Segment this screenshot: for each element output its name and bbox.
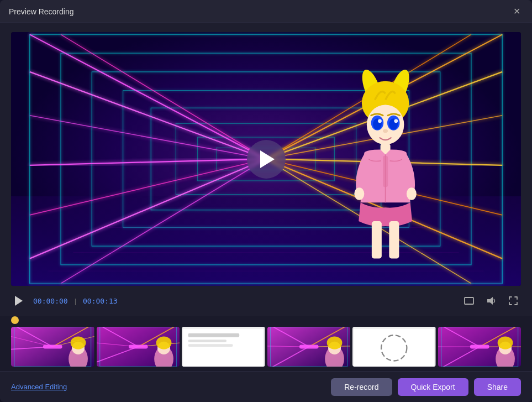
scrubber-handle[interactable]: [11, 316, 19, 324]
total-time: 00:00:13: [83, 297, 118, 305]
svg-point-40: [383, 129, 388, 133]
aspect-ratio-button[interactable]: [461, 293, 477, 309]
video-player: [11, 32, 521, 286]
thumbnail-3[interactable]: [182, 327, 265, 367]
aspect-ratio-icon: [463, 295, 475, 306]
timeline-scrubber[interactable]: [11, 316, 521, 325]
timeline: [0, 316, 532, 371]
svg-rect-99: [470, 345, 489, 349]
svg-rect-74: [188, 340, 227, 342]
window-title: Preview Recording: [9, 7, 74, 16]
volume-button[interactable]: [483, 293, 499, 309]
title-bar: Preview Recording ✕: [0, 0, 532, 23]
svg-point-59: [71, 336, 86, 349]
volume-icon: [486, 295, 497, 306]
controls-bar: 00:00:00 | 00:00:13: [0, 286, 532, 316]
play-pause-button[interactable]: [11, 293, 27, 309]
svg-point-70: [156, 336, 171, 349]
thumbnail-6[interactable]: [438, 327, 522, 367]
svg-rect-91: [352, 327, 436, 329]
svg-rect-67: [128, 345, 148, 349]
bottom-bar: Advanced Editing Re-record Quick Export …: [0, 371, 532, 402]
thumbnails-row: [11, 327, 521, 367]
svg-point-44: [407, 187, 417, 200]
play-icon: [260, 150, 275, 168]
current-time: 00:00:00: [33, 297, 68, 305]
svg-rect-76: [182, 327, 265, 329]
fullscreen-icon: [508, 295, 519, 306]
close-button[interactable]: ✕: [510, 5, 523, 18]
rerecord-button[interactable]: Re-record: [331, 378, 392, 396]
bottom-buttons: Re-record Quick Export Share: [331, 378, 521, 396]
svg-rect-84: [299, 345, 318, 349]
time-separator: |: [75, 297, 76, 305]
svg-point-43: [354, 187, 364, 200]
advanced-editing-link[interactable]: Advanced Editing: [11, 383, 67, 391]
play-icon-small: [15, 296, 23, 306]
svg-point-39: [394, 119, 398, 123]
thumbnail-1[interactable]: [11, 327, 94, 367]
svg-rect-73: [188, 333, 240, 337]
svg-point-87: [326, 336, 342, 349]
svg-marker-48: [487, 297, 493, 305]
svg-rect-42: [383, 156, 388, 187]
share-button[interactable]: Share: [474, 378, 521, 396]
thumbnail-4[interactable]: [267, 327, 351, 367]
svg-point-102: [497, 336, 513, 349]
thumbnail-5[interactable]: [352, 327, 436, 367]
svg-rect-45: [372, 221, 382, 259]
svg-point-38: [378, 119, 382, 123]
preview-recording-window: Preview Recording ✕: [0, 0, 532, 402]
play-button-overlay[interactable]: [247, 140, 286, 179]
svg-rect-56: [43, 345, 62, 349]
thumbnail-2[interactable]: [97, 327, 180, 367]
svg-rect-46: [389, 221, 399, 259]
fullscreen-button[interactable]: [505, 293, 521, 309]
quick-export-button[interactable]: Quick Export: [398, 378, 468, 396]
svg-rect-75: [188, 344, 233, 347]
svg-rect-47: [465, 297, 473, 304]
